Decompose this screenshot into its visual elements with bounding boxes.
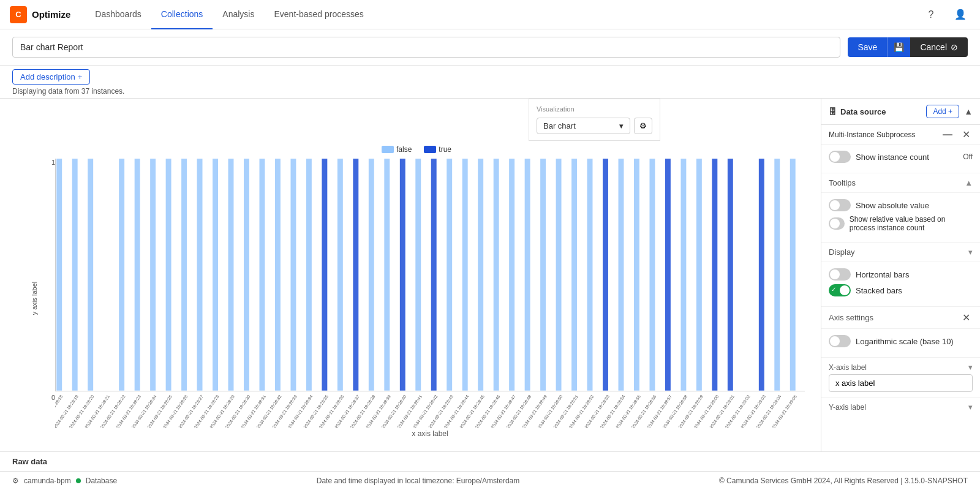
show-instance-count-toggle[interactable]: [829, 151, 851, 163]
display-section-header[interactable]: Display ▾: [821, 243, 980, 262]
x-axis-label-section-title: X-axis label: [829, 363, 867, 372]
svg-rect-11: [181, 159, 187, 391]
svg-rect-9: [150, 159, 156, 391]
svg-rect-69: [790, 159, 796, 391]
tooltips-chevron-icon: ▲: [965, 178, 973, 187]
svg-rect-37: [462, 159, 468, 391]
y-axis-chevron-icon: ▾: [968, 402, 973, 412]
db-label: Database: [86, 477, 117, 485]
svg-rect-27: [337, 159, 343, 391]
stacked-bars-toggle[interactable]: ✓: [829, 284, 851, 296]
logarithmic-label: Logarithmic scale (base 10): [856, 337, 954, 346]
add-plus-button[interactable]: Add +: [926, 105, 959, 118]
x-axis-label-section: X-axis label ▾: [821, 358, 980, 398]
x-axis-labels: 2024-03-21 18:28:182024-03-21 18:28:1920…: [55, 391, 805, 428]
save-button[interactable]: Save: [848, 37, 887, 57]
show-relative-toggle[interactable]: [829, 217, 845, 230]
svg-rect-31: [384, 159, 390, 391]
viz-select[interactable]: Bar chart ▾: [537, 118, 630, 134]
chart-wrapper: y axis label 1 0 2024-03-21 18: [28, 159, 805, 438]
svg-rect-5: [119, 159, 124, 391]
data-info: Displaying data from 37 instances.: [12, 87, 968, 96]
nav-item-dashboards[interactable]: Dashboards: [85, 0, 151, 29]
svg-rect-49: [571, 159, 577, 391]
x-axis-chevron-icon: ▾: [968, 363, 973, 372]
stacked-bars-row: ✓ Stacked bars: [829, 284, 973, 296]
engine-icon: ⚙: [12, 477, 19, 485]
help-button[interactable]: ?: [921, 5, 941, 24]
svg-rect-38: [478, 159, 483, 391]
y-axis-label-section-title: Y-axis label: [829, 403, 866, 412]
save-cancel-group: Save 💾 Cancel ⊘: [848, 37, 968, 57]
svg-rect-22: [290, 159, 296, 391]
plus-icon: +: [78, 72, 83, 81]
svg-rect-52: [603, 159, 608, 391]
save-icon-button[interactable]: 💾: [887, 37, 910, 57]
data-source-chevron-button[interactable]: ▲: [964, 107, 973, 116]
display-section: Horizontal bars ✓ Stacked bars: [821, 262, 980, 307]
multi-instance-close-button[interactable]: —: [940, 129, 955, 140]
multi-instance-row: Multi-Instance Subprocess — ✕: [821, 125, 980, 145]
horizontal-bars-label: Horizontal bars: [856, 270, 909, 279]
chart-area: Visualization Bar chart ▾ ⚙ false: [0, 99, 821, 451]
svg-rect-35: [431, 159, 437, 391]
display-chevron-icon: ▾: [968, 247, 973, 257]
nav-right: ? 👤: [921, 5, 970, 24]
db-status-dot: [76, 478, 81, 483]
brand: C Optimize: [10, 6, 70, 23]
main-area: Save 💾 Cancel ⊘ Add description + Displa…: [0, 29, 980, 490]
data-source-title: 🗄 Data source: [829, 107, 921, 116]
logarithmic-toggle[interactable]: [829, 335, 851, 347]
svg-rect-44: [525, 159, 530, 391]
svg-rect-21: [275, 159, 281, 391]
add-description-button[interactable]: Add description +: [12, 69, 90, 85]
nav-item-analysis[interactable]: Analysis: [213, 0, 264, 29]
nav-item-collections[interactable]: Collections: [151, 0, 213, 29]
brand-icon: C: [10, 6, 27, 23]
chart-legend: false true: [28, 145, 805, 154]
right-panel: 🗄 Data source Add + ▲ Multi-Instance Sub…: [821, 99, 980, 451]
y-axis-label-section: Y-axis label ▾: [821, 398, 980, 417]
multi-instance-remove-button[interactable]: ✕: [960, 129, 973, 140]
svg-rect-53: [619, 159, 624, 391]
viz-select-row: Bar chart ▾ ⚙: [537, 118, 652, 134]
raw-data-section: Raw data: [0, 451, 980, 471]
database-icon: 🗄: [829, 107, 837, 116]
engine-label: camunda-bpm: [24, 477, 71, 485]
svg-rect-3: [88, 159, 93, 391]
top-nav: C Optimize Dashboards Collections Analys…: [0, 0, 980, 29]
svg-rect-55: [634, 159, 639, 391]
svg-rect-10: [166, 159, 172, 391]
viz-label: Visualization: [537, 105, 652, 113]
svg-rect-57: [649, 159, 655, 391]
axis-settings-section-header[interactable]: Axis settings ✕: [821, 307, 980, 329]
svg-rect-45: [540, 159, 546, 391]
footer: ⚙ camunda-bpm Database Date and time dis…: [0, 471, 980, 490]
report-title-input[interactable]: [12, 37, 840, 58]
chart-inner: 1 0 2024-03-21 18:28:182024-03-21 18:28:…: [40, 159, 805, 438]
cancel-button[interactable]: Cancel ⊘: [910, 37, 968, 57]
show-relative-label: Show relative value based on process ins…: [850, 215, 973, 232]
svg-rect-60: [680, 159, 686, 391]
tooltips-section-header[interactable]: Tooltips ▲: [821, 173, 980, 193]
content-area: Visualization Bar chart ▾ ⚙ false: [0, 99, 980, 451]
user-button[interactable]: 👤: [951, 5, 970, 24]
gear-button[interactable]: ⚙: [634, 118, 652, 134]
y-axis-label: y axis label: [31, 282, 38, 315]
svg-rect-26: [322, 159, 327, 391]
svg-rect-65: [728, 159, 733, 391]
show-absolute-toggle[interactable]: [829, 199, 851, 211]
svg-rect-29: [353, 159, 358, 391]
brand-name: Optimize: [32, 9, 70, 20]
svg-rect-67: [774, 159, 780, 391]
svg-rect-24: [306, 159, 312, 391]
axis-settings-close-button[interactable]: ✕: [960, 312, 973, 323]
svg-rect-59: [665, 159, 671, 391]
svg-rect-30: [369, 159, 374, 391]
horizontal-bars-toggle[interactable]: [829, 268, 851, 281]
x-axis-input[interactable]: [829, 374, 973, 392]
stacked-bars-label: Stacked bars: [856, 286, 902, 295]
legend-false-color: [382, 146, 394, 153]
nav-item-event-based[interactable]: Event-based processes: [264, 0, 373, 29]
show-instance-count-row: Show instance count Off: [829, 151, 973, 163]
